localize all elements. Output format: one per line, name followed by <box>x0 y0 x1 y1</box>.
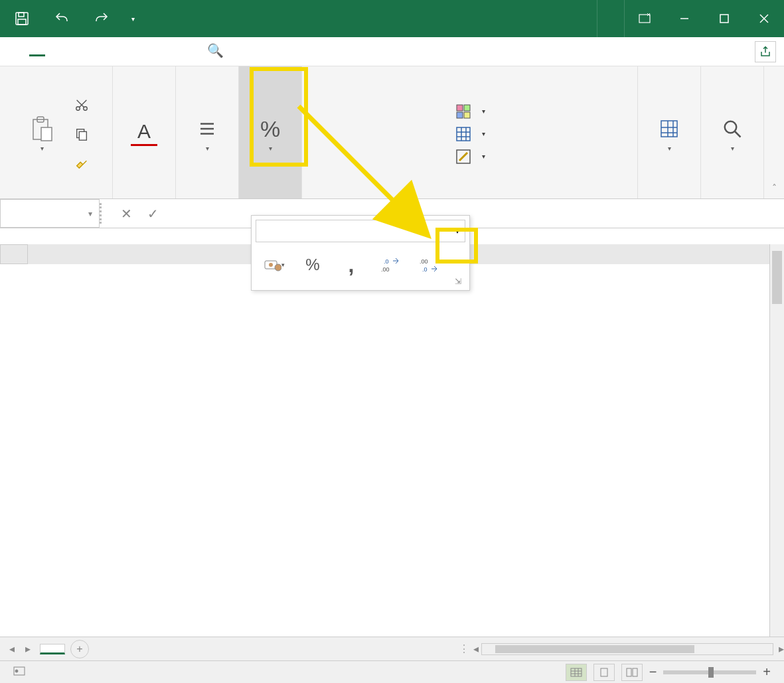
svg-rect-5 <box>720 15 728 23</box>
svg-rect-51 <box>627 668 631 676</box>
cells-group-button[interactable]: ▾ <box>646 112 692 156</box>
svg-rect-2 <box>18 19 26 25</box>
svg-rect-28 <box>661 121 677 137</box>
increase-decimal-button[interactable]: .0.00 <box>376 252 403 278</box>
svg-rect-1 <box>19 13 24 17</box>
tab-layout[interactable] <box>72 46 88 56</box>
share-button[interactable] <box>755 41 776 62</box>
tab-data[interactable] <box>114 46 130 56</box>
percent-icon: % <box>257 115 283 142</box>
svg-text:.0: .0 <box>384 258 389 265</box>
svg-point-44 <box>15 670 18 672</box>
conditional-formatting-icon <box>454 102 473 121</box>
enter-formula-button[interactable]: ✓ <box>141 202 165 226</box>
svg-rect-45 <box>571 668 582 676</box>
svg-rect-14 <box>79 131 86 140</box>
page-break-view-button[interactable] <box>621 664 643 681</box>
sheet-tab-bar: ◂ ▸ + ⋮ ◂ ▸ <box>0 637 784 660</box>
decrease-decimal-button[interactable]: .00.0 <box>415 252 441 278</box>
normal-view-button[interactable] <box>566 664 587 681</box>
tab-file[interactable] <box>8 46 24 56</box>
spreadsheet-grid[interactable] <box>0 244 784 637</box>
macro-record-icon[interactable] <box>13 666 25 678</box>
cell-styles-icon <box>454 147 473 166</box>
ribbon-tabs: 🔍 <box>0 37 784 66</box>
svg-point-38 <box>275 264 281 271</box>
percent-style-button[interactable]: % <box>299 252 326 278</box>
svg-rect-21 <box>464 112 470 118</box>
collapse-ribbon-button[interactable]: ˄ <box>772 183 777 193</box>
qat-dropdown[interactable]: ▾ <box>125 0 141 37</box>
number-group-button[interactable]: % ▾ <box>247 112 293 156</box>
save-button[interactable] <box>5 0 39 37</box>
number-format-panel: ▾ ▾ % , .0.00 .00.0 ⇲ <box>251 215 470 291</box>
svg-text:.00: .00 <box>420 258 428 265</box>
svg-point-37 <box>269 263 273 267</box>
tab-help[interactable] <box>178 46 194 56</box>
svg-text:.0: .0 <box>422 266 428 273</box>
tab-review[interactable] <box>135 46 151 56</box>
alignment-icon <box>194 115 220 142</box>
ribbon-display-options[interactable] <box>625 0 665 37</box>
cells-icon <box>656 115 682 142</box>
comma-style-button[interactable]: , <box>338 252 364 278</box>
copy-button[interactable] <box>70 122 94 146</box>
tab-home[interactable] <box>29 46 45 56</box>
svg-line-34 <box>735 131 741 137</box>
close-button[interactable] <box>744 0 784 37</box>
tell-me-search[interactable]: 🔍 <box>199 38 232 64</box>
tab-formulas[interactable] <box>93 46 109 56</box>
horizontal-scrollbar[interactable] <box>481 643 773 655</box>
tab-insert[interactable] <box>50 46 66 56</box>
select-all-button[interactable] <box>0 244 28 264</box>
svg-rect-10 <box>41 127 52 141</box>
svg-text:.00: .00 <box>381 266 390 273</box>
tab-view[interactable] <box>157 46 173 56</box>
zoom-in-button[interactable]: + <box>763 664 771 680</box>
vertical-scrollbar[interactable] <box>769 244 784 637</box>
svg-rect-52 <box>633 668 637 676</box>
titlebar: ▾ <box>0 0 784 37</box>
page-layout-view-button[interactable] <box>593 664 615 681</box>
sheet-tab-1[interactable] <box>40 644 65 654</box>
maximize-button[interactable] <box>704 0 744 37</box>
clipboard-icon <box>29 115 56 142</box>
undo-button[interactable] <box>45 0 78 37</box>
format-painter-button[interactable] <box>70 151 94 175</box>
svg-rect-19 <box>464 105 470 111</box>
svg-rect-3 <box>639 15 650 23</box>
search-icon <box>719 115 745 142</box>
number-format-select[interactable]: ▾ <box>256 220 465 242</box>
paste-button[interactable]: ▾ <box>19 112 66 156</box>
svg-rect-50 <box>601 668 607 676</box>
number-dialog-launcher[interactable]: ⇲ <box>455 277 465 287</box>
conditional-formatting-button[interactable]: ▾ <box>454 102 485 121</box>
cell-styles-button[interactable]: ▾ <box>454 147 485 166</box>
zoom-slider[interactable] <box>663 670 756 674</box>
cancel-formula-button[interactable]: ✕ <box>114 202 138 226</box>
svg-rect-20 <box>457 112 463 118</box>
accounting-format-button[interactable]: ▾ <box>261 252 287 278</box>
editing-group-button[interactable]: ▾ <box>709 112 755 156</box>
user-name[interactable] <box>597 0 625 37</box>
table-icon <box>454 125 473 143</box>
svg-rect-18 <box>457 105 463 111</box>
cut-button[interactable] <box>70 93 94 117</box>
svg-point-33 <box>725 121 737 133</box>
statusbar: − + <box>0 660 784 683</box>
minimize-button[interactable] <box>665 0 704 37</box>
ribbon: ▾ A <box>0 66 784 199</box>
zoom-out-button[interactable]: − <box>649 664 657 680</box>
alignment-group-button[interactable]: ▾ <box>184 112 230 156</box>
sheet-nav-next[interactable]: ▸ <box>21 643 35 656</box>
name-box[interactable]: ▾ <box>0 199 100 228</box>
font-group-button[interactable]: A <box>121 115 167 153</box>
format-as-table-button[interactable]: ▾ <box>454 125 485 143</box>
redo-button[interactable] <box>85 0 118 37</box>
font-icon: A <box>131 119 157 146</box>
svg-rect-22 <box>457 127 470 141</box>
add-sheet-button[interactable]: + <box>70 640 89 658</box>
sheet-nav-prev[interactable]: ◂ <box>5 643 19 656</box>
